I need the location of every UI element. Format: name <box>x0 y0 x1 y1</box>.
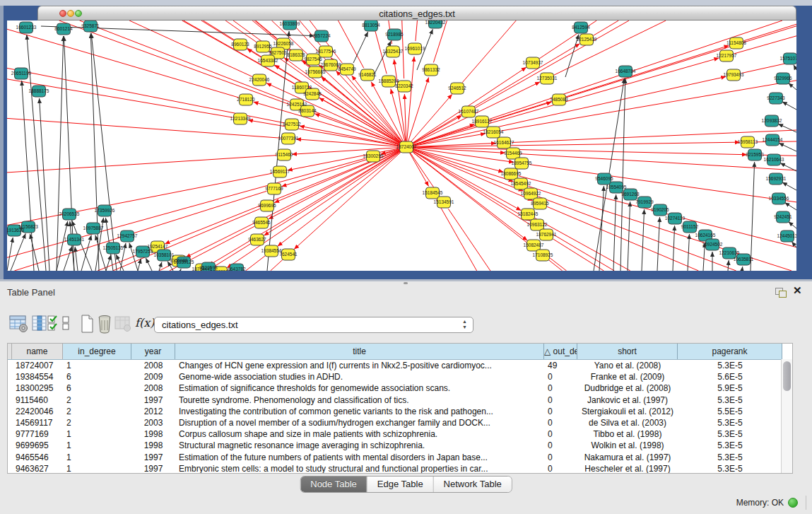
citation-edge-black[interactable] <box>613 194 616 271</box>
citation-edge-black[interactable] <box>7 238 13 271</box>
citation-edge-red[interactable] <box>274 147 406 203</box>
new-table-icon[interactable] <box>80 315 94 334</box>
citation-edge-red[interactable] <box>7 79 233 117</box>
column-header-pagerank[interactable]: pagerank <box>678 344 782 359</box>
table-settings-icon[interactable] <box>9 315 28 333</box>
citation-edge-black[interactable] <box>673 226 675 271</box>
citation-edge-black[interactable] <box>57 36 64 271</box>
citation-edge-black[interactable] <box>789 83 796 90</box>
citation-edge-red[interactable] <box>549 260 563 271</box>
column-header-year[interactable]: year <box>131 344 175 359</box>
citation-edge-black[interactable] <box>620 78 625 271</box>
citation-edge-red[interactable] <box>208 147 406 265</box>
row-height-icon[interactable] <box>62 315 71 333</box>
function-builder-icon[interactable]: f(x) <box>135 316 154 329</box>
citation-edge-black[interactable] <box>782 102 796 110</box>
table-columns-icon[interactable] <box>32 315 47 333</box>
citation-edge-black[interactable] <box>642 209 645 271</box>
citation-edge-black[interactable] <box>95 235 106 271</box>
citation-edge-red[interactable] <box>462 21 516 83</box>
table-row[interactable]: 1872400712008Changes of HCN gene express… <box>8 360 792 371</box>
float-panel-icon[interactable] <box>775 288 788 298</box>
graph-node-label: 9227343 <box>767 95 785 100</box>
citation-edge-red[interactable] <box>300 126 406 147</box>
table-row[interactable]: 1456911722003Disruption of a novel membe… <box>8 417 792 428</box>
tab-network-table[interactable]: Network Table <box>434 477 512 492</box>
citation-graph[interactable]: 1872400789601238912955182260589827503165… <box>7 21 796 271</box>
tab-edge-table[interactable]: Edge Table <box>367 477 434 492</box>
column-header-title[interactable]: title <box>175 344 544 359</box>
citation-edge-red[interactable] <box>7 173 272 225</box>
citation-edge-red[interactable] <box>554 21 666 75</box>
citation-edge-red[interactable] <box>338 21 363 68</box>
citation-edge-black[interactable] <box>751 162 755 271</box>
table-row[interactable]: 969969511998Structural magnetic resonanc… <box>8 440 792 451</box>
table-row[interactable]: 946554611997Estimation of the future num… <box>8 452 792 463</box>
citation-edge-red[interactable] <box>406 57 414 147</box>
citation-edge-black[interactable] <box>146 258 152 271</box>
graph-node-label: 12125439 <box>577 37 597 42</box>
table-row[interactable]: 977716911998Corpus callosum shape and si… <box>8 428 792 440</box>
citation-edge-red[interactable] <box>7 158 365 257</box>
column-header-short[interactable]: short <box>577 344 678 359</box>
table-row[interactable]: 1938455462009Genome-wide association stu… <box>8 371 792 382</box>
close-panel-icon[interactable]: ✕ <box>793 284 802 297</box>
dropdown-stepper-icon: ▲▼ <box>461 319 469 331</box>
citation-edge-black[interactable] <box>784 202 796 210</box>
citation-edge-black[interactable] <box>794 65 796 70</box>
citation-edge-black[interactable] <box>789 221 796 228</box>
scrollbar-thumb[interactable] <box>783 361 791 391</box>
table-select-dropdown[interactable]: citations_edges.txt ▲▼ <box>154 317 473 333</box>
table-row[interactable]: 2242004622012Investigating the contribut… <box>8 406 792 417</box>
column-header-in-degree[interactable]: in_degree <box>63 344 131 359</box>
citation-edge-red[interactable] <box>7 156 276 173</box>
citation-edge-red[interactable] <box>246 256 266 271</box>
citation-edge-red[interactable] <box>476 21 629 108</box>
citation-edge-red[interactable] <box>501 81 796 131</box>
citation-edge-red[interactable] <box>254 102 406 147</box>
citation-edge-black[interactable] <box>180 269 181 271</box>
citation-edge-black[interactable] <box>779 143 796 151</box>
citation-edge-black[interactable] <box>106 255 111 271</box>
citation-edge-red[interactable] <box>529 165 796 202</box>
citation-edge-red[interactable] <box>201 21 234 40</box>
citation-edge-red[interactable] <box>416 21 418 41</box>
citation-edge-red[interactable] <box>278 147 406 246</box>
citation-edge-red[interactable] <box>227 147 406 268</box>
citation-edge-black[interactable] <box>599 186 604 271</box>
citation-edge-black[interactable] <box>40 98 49 271</box>
tab-node-table[interactable]: Node Table <box>300 477 367 492</box>
citation-edge-red[interactable] <box>406 147 747 155</box>
network-canvas[interactable]: 1872400789601238912955182260589827503165… <box>7 21 796 271</box>
citation-edge-black[interactable] <box>22 81 34 271</box>
table-row[interactable]: 911546021997Tourette syndrome. Phenomeno… <box>8 395 792 406</box>
citation-edge-red[interactable] <box>321 77 406 147</box>
table-cell: 0 <box>544 395 577 406</box>
citation-edge-black[interactable] <box>64 246 72 271</box>
network-window-titlebar[interactable]: citations_edges.txt <box>37 6 796 21</box>
citation-edge-red[interactable] <box>448 209 490 271</box>
panel-splitter-handle[interactable] <box>404 282 408 284</box>
citation-edge-black[interactable] <box>75 247 78 271</box>
citation-edge-black[interactable] <box>657 217 660 271</box>
citation-edge-red[interactable] <box>186 147 406 257</box>
table-row[interactable]: 946362711997Embryonic stem cells: a mode… <box>8 463 792 474</box>
desktop-left-edge <box>0 6 4 281</box>
table-row[interactable]: 1830029562008Estimation of significance … <box>8 382 792 394</box>
citation-edge-black[interactable] <box>728 260 729 271</box>
citation-edge-red[interactable] <box>271 259 283 271</box>
citation-edge-black[interactable] <box>353 32 368 63</box>
graph-node-label: 13325437 <box>383 49 404 54</box>
citation-edge-red[interactable] <box>203 21 261 57</box>
table-scrollbar[interactable] <box>781 359 792 474</box>
citation-edge-black[interactable] <box>742 267 743 271</box>
citation-edge-red[interactable] <box>406 147 521 211</box>
citation-edge-black[interactable] <box>782 182 796 190</box>
citation-edge-black[interactable] <box>628 201 630 271</box>
delete-column-icon[interactable] <box>97 315 112 334</box>
column-header-name[interactable]: name <box>12 344 63 359</box>
column-header-out-degree-sorted[interactable]: △ out_de... <box>544 344 577 359</box>
column-visibility-icon[interactable] <box>47 315 60 333</box>
citation-edge-red[interactable] <box>436 200 476 271</box>
citation-edge-red[interactable] <box>281 147 406 187</box>
